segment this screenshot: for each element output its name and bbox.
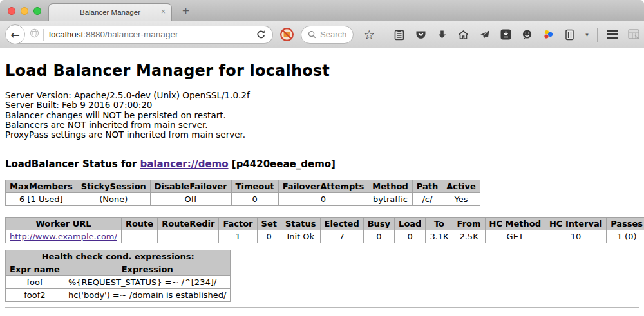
table-row: http://www.example.com/ 1 0 Init Ok 7 0 …: [6, 230, 644, 243]
reload-button[interactable]: [256, 30, 266, 39]
bookmark-star-icon: ☆: [363, 28, 375, 41]
expression-value: hc('body') =~ /domain is established/: [64, 289, 231, 302]
color-dots-button[interactable]: [542, 28, 554, 42]
hamburger-menu-button[interactable]: [606, 28, 619, 42]
col-route: Route: [121, 218, 157, 230]
footer-divider: [5, 307, 639, 308]
home-button[interactable]: [457, 28, 469, 42]
zoom-window-button[interactable]: [33, 7, 41, 15]
col-to: To: [426, 218, 453, 230]
proxypass-notice-line: ProxyPass settings are NOT inherited fro…: [5, 130, 639, 140]
balancer-demo-link[interactable]: balancer://demo: [140, 158, 228, 170]
browser-window: Balancer Manager × + ← localhost:8880/ba…: [0, 0, 644, 316]
page-title: Load Balancer Manager for localhost: [5, 48, 639, 80]
bookmark-star-button[interactable]: ☆: [363, 28, 375, 42]
col-stickysession: StickySession: [77, 180, 150, 193]
col-status: Status: [281, 218, 320, 230]
dropdown-caret-icon[interactable]: ▾: [585, 32, 589, 38]
url-group: ← localhost:8880/balancer-manager: [5, 24, 273, 44]
set-value: 0: [257, 230, 281, 243]
persist-notice-line: Balancer changes will NOT be persisted o…: [5, 111, 639, 120]
col-factor: Factor: [219, 218, 257, 230]
back-button[interactable]: ←: [5, 24, 25, 44]
path-value: /c/: [412, 193, 442, 206]
routeredir-value: [158, 230, 219, 243]
loadbalancer-status-heading: LoadBalancer Status for balancer://demo …: [5, 158, 639, 170]
status-suffix: [p4420eeae_demo]: [232, 158, 336, 170]
col-expression: Expression: [64, 263, 231, 276]
url-domain: localhost: [49, 30, 83, 39]
url-bar[interactable]: localhost:8880/balancer-manager: [15, 26, 273, 44]
home-icon: [458, 30, 469, 40]
new-tab-button[interactable]: +: [182, 4, 189, 18]
col-failoverattempts: FailoverAttempts: [278, 180, 368, 193]
reload-icon: [256, 30, 266, 39]
passes-value: 1 (0): [607, 230, 644, 243]
busy-value: 0: [363, 230, 394, 243]
reading-list-button[interactable]: [393, 28, 406, 42]
chat-smiley-icon: [522, 29, 533, 40]
col-routeredir: RouteRedir: [158, 218, 219, 230]
back-icon: ←: [10, 28, 19, 41]
expression-value: %{REQUEST_STATUS} =~ /^[234]/: [64, 276, 231, 289]
to-value: 3.1K: [426, 230, 453, 243]
hc-interval-value: 10: [545, 230, 606, 243]
close-window-button[interactable]: [8, 7, 15, 15]
tab-close-icon[interactable]: ×: [161, 8, 166, 15]
download-arrow-icon: [437, 30, 447, 40]
send-button[interactable]: [478, 28, 491, 42]
col-from: From: [453, 218, 485, 230]
col-path: Path: [412, 180, 442, 193]
tab-title: Balancer Manager: [80, 8, 140, 16]
minimize-window-button[interactable]: [21, 7, 28, 15]
container-button[interactable]: [563, 28, 576, 42]
server-info: Server Version: Apache/2.5.0-dev (Unix) …: [5, 91, 639, 140]
col-active: Active: [442, 180, 480, 193]
flash-blocked-icon: [279, 27, 294, 42]
route-value: [121, 230, 157, 243]
status-value: Init Ok: [281, 230, 320, 243]
search-input[interactable]: Search: [301, 26, 354, 44]
worker-url-cell: http://www.example.com/: [6, 230, 122, 243]
tab-grid-icon: [628, 29, 639, 40]
col-load: Load: [395, 218, 426, 230]
reload-divider: [251, 29, 251, 41]
table-header-row: MaxMembers StickySession DisableFailover…: [6, 180, 480, 193]
video-download-button[interactable]: [499, 28, 512, 42]
url-divider: [43, 29, 44, 41]
table-header-row: Worker URL Route RouteRedir Factor Set S…: [6, 218, 644, 230]
col-worker-url: Worker URL: [6, 218, 122, 230]
col-passes: Passes: [607, 218, 644, 230]
chat-button[interactable]: [520, 28, 533, 42]
downloads-button[interactable]: [435, 28, 448, 42]
pocket-icon: [415, 30, 426, 40]
health-check-table: Health check cond. expressions: Expr nam…: [5, 250, 231, 302]
globe-icon: [30, 28, 39, 41]
worker-url-link[interactable]: http://www.example.com/: [10, 232, 117, 241]
table-header-row: Expr name Expression: [6, 263, 231, 276]
maxmembers-value: 6 [1 Used]: [6, 193, 77, 206]
col-maxmembers: MaxMembers: [6, 180, 77, 193]
video-download-icon: [500, 29, 511, 40]
toolbar-icon-row: ☆: [363, 28, 640, 42]
health-check-title: Health check cond. expressions:: [6, 250, 231, 263]
expr-name-value: foof2: [6, 289, 64, 302]
tab-bar: Balancer Manager × +: [0, 0, 644, 21]
container-icon: [565, 29, 574, 41]
worker-table: Worker URL Route RouteRedir Factor Set S…: [5, 217, 644, 243]
load-value: 0: [395, 230, 426, 243]
balancers-notice-line: Balancers are NOT inherited from main se…: [5, 120, 639, 130]
flash-blocked-button[interactable]: [279, 27, 294, 42]
failoverattempts-value: 0: [278, 193, 368, 206]
pocket-button[interactable]: [414, 28, 427, 42]
col-hc-method: HC Method: [485, 218, 545, 230]
col-expr-name: Expr name: [6, 263, 64, 276]
method-value: bytraffic: [368, 193, 412, 206]
url-path: :8880/balancer-manager: [83, 30, 178, 39]
tab-grid-button[interactable]: [627, 28, 640, 42]
table-row: foof2 hc('body') =~ /domain is establish…: [6, 289, 231, 302]
active-value: Yes: [442, 193, 480, 206]
tab-balancer-manager[interactable]: Balancer Manager ×: [48, 3, 172, 21]
hc-method-value: GET: [485, 230, 545, 243]
col-timeout: Timeout: [231, 180, 278, 193]
